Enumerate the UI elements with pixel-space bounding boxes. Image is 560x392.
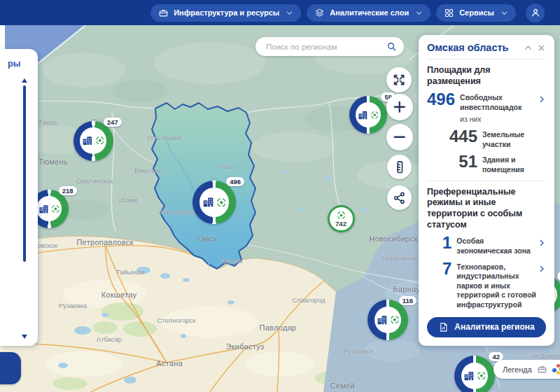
region-info-panel: Омская область Площадки для размещения 4… xyxy=(419,35,554,346)
marker-count-badge: 116 xyxy=(399,296,416,305)
search-icon[interactable] xyxy=(386,41,397,52)
sez-value: 1 xyxy=(442,234,451,251)
share-icon xyxy=(392,190,407,206)
briefcase-icon xyxy=(537,364,547,374)
fullscreen-button[interactable] xyxy=(386,67,412,92)
preferential-heading: Преференциальные режимы и иные территори… xyxy=(427,187,546,231)
filters-panel-label-fragment: ры xyxy=(8,59,20,69)
user-account-button[interactable] xyxy=(526,4,545,22)
region-search xyxy=(255,37,404,56)
menu-infrastructure[interactable]: Инфраструктура и ресурсы xyxy=(150,4,301,22)
buildings-value: 51 xyxy=(447,153,477,170)
marker-count: 742 xyxy=(335,220,346,227)
scroll-up-arrow[interactable] xyxy=(22,78,27,83)
ruler-icon xyxy=(392,160,407,175)
close-icon[interactable] xyxy=(537,43,546,52)
marker-count-badge: 59 xyxy=(557,272,560,281)
search-input[interactable] xyxy=(265,42,386,52)
land-plots-value: 445 xyxy=(447,128,477,145)
plus-icon xyxy=(391,99,408,115)
share-button[interactable] xyxy=(387,186,412,210)
sez-row[interactable]: 1 Особая экономическая зона xyxy=(427,234,546,255)
legend-dots-icon xyxy=(552,364,560,374)
technoparks-value: 7 xyxy=(442,260,451,277)
target-icon xyxy=(94,135,105,146)
map-cluster-marker[interactable]: 247 xyxy=(74,121,113,161)
target-icon xyxy=(476,370,487,382)
building-icon xyxy=(202,195,215,209)
scroll-down-arrow[interactable] xyxy=(22,335,27,339)
layers-icon xyxy=(314,8,325,18)
chevron-down-icon xyxy=(286,9,293,17)
divider xyxy=(427,181,546,181)
land-plots-label: Земельные участки xyxy=(477,128,546,149)
total-sites-label: Свободных инвестплощадок xyxy=(460,93,522,111)
placement-heading: Площадки для размещения xyxy=(427,65,546,87)
analytics-button-label: Аналитика региона xyxy=(454,322,535,332)
top-navigation-bar: Инфраструктура и ресурсы Аналитические с… xyxy=(0,0,560,25)
chevron-right-icon[interactable] xyxy=(538,95,546,104)
map-cluster-marker[interactable]: 496 xyxy=(192,181,236,224)
divider xyxy=(427,59,546,59)
target-icon xyxy=(216,197,227,209)
chevron-down-icon xyxy=(415,9,423,17)
zoom-out-button[interactable] xyxy=(386,124,413,150)
menu-services-label: Сервисы xyxy=(459,8,494,17)
minus-icon xyxy=(391,129,408,146)
map-cluster-marker[interactable]: 42 xyxy=(454,356,495,392)
map-cluster-marker[interactable]: 116 xyxy=(368,300,408,340)
building-icon xyxy=(38,203,50,215)
total-sites-sub: из них xyxy=(460,115,538,125)
user-icon xyxy=(530,7,541,18)
menu-analytic-layers[interactable]: Аналитические слои xyxy=(307,4,430,22)
menu-infrastructure-label: Инфраструктура и ресурсы xyxy=(174,8,279,17)
building-icon xyxy=(463,370,475,382)
marker-count-badge: 218 xyxy=(59,186,77,195)
services-grid-icon xyxy=(444,8,454,18)
buildings-label: Здания и помещения xyxy=(477,153,546,174)
chevron-down-icon xyxy=(500,9,508,17)
land-plots-row: 445 Земельные участки xyxy=(427,128,546,149)
map-cluster-marker[interactable]: 742 xyxy=(328,205,355,232)
technoparks-row[interactable]: 7 Технопарков, индустриальных парков и и… xyxy=(427,260,546,310)
bottom-left-button[interactable] xyxy=(0,352,21,384)
target-icon xyxy=(336,210,346,220)
briefcase-icon xyxy=(158,8,169,18)
legend-label: Легенда xyxy=(503,365,532,374)
scrollbar-thumb[interactable] xyxy=(23,85,26,262)
chevron-right-icon[interactable] xyxy=(538,239,546,247)
filters-panel-collapsed[interactable]: ры xyxy=(0,49,38,346)
building-icon xyxy=(357,109,369,121)
total-sites-value: 496 xyxy=(427,91,455,108)
map-cluster-marker[interactable]: 59 xyxy=(349,96,387,134)
panel-title: Омская область xyxy=(427,42,519,53)
total-sites-label-wrap: Свободных инвестплощадок из них xyxy=(455,91,538,124)
menu-analytic-layers-label: Аналитические слои xyxy=(330,8,409,17)
zoom-in-button[interactable] xyxy=(386,94,413,120)
technoparks-label: Технопарков, индустриальных парков и ины… xyxy=(451,260,538,310)
sez-label: Особая экономическая зона xyxy=(451,234,538,255)
building-icon xyxy=(81,134,94,147)
collapse-chevron-up-icon[interactable] xyxy=(524,43,533,52)
total-sites-row[interactable]: 496 Свободных инвестплощадок из них xyxy=(427,91,546,124)
measure-button[interactable] xyxy=(387,155,412,179)
legend-button[interactable]: Легенда xyxy=(493,360,560,379)
marker-count-badge: 496 xyxy=(226,177,244,186)
marker-count-badge: 247 xyxy=(104,118,122,127)
target-icon xyxy=(370,110,379,120)
target-icon xyxy=(389,314,400,326)
buildings-row: 51 Здания и помещения xyxy=(427,153,546,174)
menu-services[interactable]: Сервисы xyxy=(436,4,516,22)
chevron-right-icon[interactable] xyxy=(538,265,546,273)
app-screen: ТавдаТобольскТюменьУсть-ИшимВикуловоТара… xyxy=(0,0,560,392)
building-icon xyxy=(376,314,388,326)
target-icon xyxy=(50,204,61,214)
region-analytics-button[interactable]: Аналитика региона xyxy=(427,317,546,337)
document-chart-icon xyxy=(438,322,449,332)
expand-icon xyxy=(391,72,407,88)
